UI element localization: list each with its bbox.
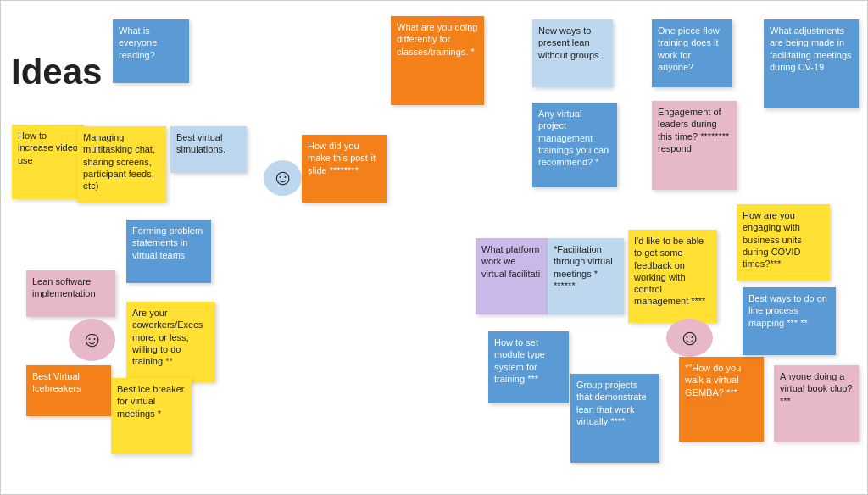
sticky-note[interactable]: What platform work we virtual facilitati	[476, 238, 548, 314]
sticky-note[interactable]: Group projects that demonstrate lean tha…	[570, 374, 659, 463]
sticky-note[interactable]: Best Virtual Icebreakers	[26, 365, 111, 416]
sticky-note[interactable]: I'd like to be able to get some feedback…	[628, 230, 717, 323]
ideas-board: Ideas What is everyone reading?How to in…	[0, 0, 868, 495]
sticky-note[interactable]: *Facilitation through virtual meetings *…	[548, 238, 624, 314]
sticky-note[interactable]: Forming problem statements in virtual te…	[126, 220, 211, 283]
sticky-note[interactable]: Anyone doing a virtual book club? ***	[774, 365, 859, 442]
sticky-note[interactable]: ☺	[666, 319, 713, 357]
sticky-note[interactable]: How did you make this post-it slide ****…	[302, 135, 387, 203]
sticky-note[interactable]: Managing multitasking chat, sharing scre…	[77, 126, 166, 203]
sticky-note[interactable]: Best virtual simulations.	[170, 126, 247, 173]
sticky-note[interactable]: Lean software implementation	[26, 270, 115, 317]
sticky-note[interactable]: Best ice breaker for virtual meetings *	[111, 378, 192, 454]
sticky-note[interactable]: Are your coworkers/Execs more, or less, …	[126, 302, 215, 382]
sticky-note[interactable]: Any virtual project management trainings…	[532, 103, 617, 187]
sticky-note[interactable]: *"How do you walk a virtual GEMBA? ***	[679, 357, 764, 442]
sticky-note[interactable]: Engagement of leaders during this time? …	[652, 101, 737, 190]
board-title: Ideas	[11, 52, 102, 92]
sticky-note[interactable]: What adjustments are being made in facil…	[764, 19, 859, 108]
sticky-note[interactable]: What is everyone reading?	[113, 19, 189, 83]
sticky-note[interactable]: ☺	[69, 319, 115, 361]
sticky-note[interactable]: How to set module type system for traini…	[488, 331, 569, 403]
sticky-note[interactable]: Best ways to do on line process mapping …	[743, 287, 836, 355]
sticky-note[interactable]: How are you engaging with business units…	[737, 204, 830, 281]
sticky-note[interactable]: ☺	[264, 160, 302, 196]
sticky-note[interactable]: What are you doing differently for class…	[391, 16, 484, 105]
sticky-note[interactable]: New ways to present lean without groups	[532, 19, 613, 87]
sticky-note[interactable]: How to increase video use	[12, 125, 84, 199]
sticky-note[interactable]: One piece flow training does it work for…	[652, 19, 732, 87]
